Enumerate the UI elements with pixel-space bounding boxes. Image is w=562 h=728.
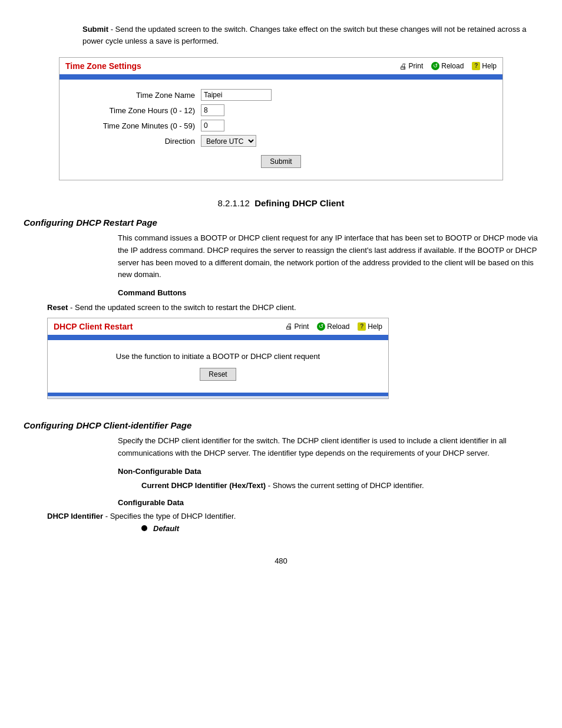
current-dhcp-text: - Shows the current setting of DHCP iden… [266,481,424,490]
tz-submit-row: Submit [71,155,491,168]
dhcp-reset-button[interactable]: Reset [200,368,236,381]
help-label: Help [482,62,497,70]
reset-text: - Send the updated screen to the switch … [68,303,296,312]
dhcp-print-label: Print [295,322,309,331]
bullet-dot [141,525,147,531]
dhcp-identifier-heading: Configuring DHCP Client-identifier Page [24,420,538,430]
dhcp-restart-panel-wrapper: DHCP Client Restart 🖨 Print ↺ Reload ? H… [47,318,515,399]
dhcp-restart-panel-body: Use the function to initiate a BOOTP or … [48,340,388,393]
reload-icon: ↺ [431,62,439,70]
dhcp-help-icon: ? [358,322,366,331]
help-action[interactable]: ? Help [472,62,497,70]
section-812-number: 8.2.1.12 [218,198,250,208]
print-icon: 🖨 [399,62,407,71]
dhcp-print-action[interactable]: 🖨 Print [285,322,309,331]
dhcp-identifier-desc: Specify the DCHP client identifier for t… [118,435,538,460]
dhcp-restart-heading: Configuring DHCP Restart Page [24,218,538,228]
dhcp-id-bold: DHCP Identifier [47,512,103,521]
tz-submit-button[interactable]: Submit [261,155,300,168]
page-number: 480 [24,556,538,565]
non-configurable-label: Non-Configurable Data [118,466,538,478]
help-icon: ? [472,62,480,70]
dhcp-panel-actions: 🖨 Print ↺ Reload ? Help [285,322,382,331]
dhcp-id-row: DHCP Identifier - Specifies the type of … [47,512,515,521]
dhcp-restart-body: This command issues a BOOTP or DHCP clie… [118,232,538,299]
tz-minutes-input[interactable] [201,120,224,131]
timezone-panel-header: Time Zone Settings 🖨 Print ↺ Reload ? He… [59,58,503,76]
dhcp-restart-panel-text: Use the function to initiate a BOOTP or … [59,352,376,361]
dhcp-restart-panel-title: DHCP Client Restart [54,322,133,331]
default-bullet-item: Default [141,524,538,533]
section-812-title: Defining DHCP Client [254,198,344,208]
tz-direction-row: Direction Before UTC After UTC [71,135,491,147]
dhcp-reload-icon: ↺ [317,322,325,331]
section-812-heading: 8.2.1.12 Defining DHCP Client [24,198,538,208]
timezone-panel-title: Time Zone Settings [65,61,141,71]
dhcp-panel-sub-bar [48,396,388,398]
configurable-label: Configurable Data [118,497,538,509]
intro-paragraph: Submit - Send the updated screen to the … [82,24,538,47]
current-dhcp-row: Current DHCP Identifier (Hex/Text) - Sho… [141,480,538,492]
reload-action[interactable]: ↺ Reload [431,62,464,70]
tz-name-row: Time Zone Name [71,89,491,101]
tz-minutes-label: Time Zone Minutes (0 - 59) [71,121,201,130]
reset-bold: Reset [47,303,68,312]
tz-direction-select[interactable]: Before UTC After UTC [201,135,256,147]
tz-hours-label: Time Zone Hours (0 - 12) [71,106,201,115]
print-label: Print [409,62,424,70]
intro-text: - Send the updated screen to the switch.… [82,25,526,45]
dhcp-id-text: - Specifies the type of DHCP Identifier. [103,512,236,521]
tz-direction-label: Direction [71,137,201,146]
timezone-panel-body: Time Zone Name Time Zone Hours (0 - 12) … [59,80,503,180]
dhcp-reload-label: Reload [327,322,349,331]
dhcp-help-label: Help [368,322,382,331]
current-dhcp-bold: Current DHCP Identifier (Hex/Text) [141,481,266,490]
intro-bold: Submit [82,25,108,34]
reload-label: Reload [441,62,464,70]
dhcp-restart-desc: This command issues a BOOTP or DHCP clie… [118,232,538,281]
dhcp-restart-panel-header: DHCP Client Restart 🖨 Print ↺ Reload ? H… [48,318,388,337]
print-action[interactable]: 🖨 Print [399,62,424,71]
dhcp-help-action[interactable]: ? Help [358,322,382,331]
dhcp-restart-panel: DHCP Client Restart 🖨 Print ↺ Reload ? H… [47,318,389,399]
tz-hours-row: Time Zone Hours (0 - 12) [71,104,491,116]
panel-actions: 🖨 Print ↺ Reload ? Help [399,62,497,71]
tz-minutes-row: Time Zone Minutes (0 - 59) [71,120,491,131]
tz-name-label: Time Zone Name [71,91,201,100]
default-label: Default [153,524,179,533]
tz-hours-input[interactable] [201,104,224,116]
reset-desc-row: Reset - Send the updated screen to the s… [47,303,515,312]
tz-name-input[interactable] [201,89,272,101]
dhcp-print-icon: 🖨 [285,322,293,331]
cmd-buttons-label: Command Buttons [118,287,538,299]
dhcp-reload-action[interactable]: ↺ Reload [317,322,349,331]
timezone-panel: Time Zone Settings 🖨 Print ↺ Reload ? He… [59,57,503,180]
dhcp-identifier-body: Specify the DCHP client identifier for t… [118,435,538,509]
